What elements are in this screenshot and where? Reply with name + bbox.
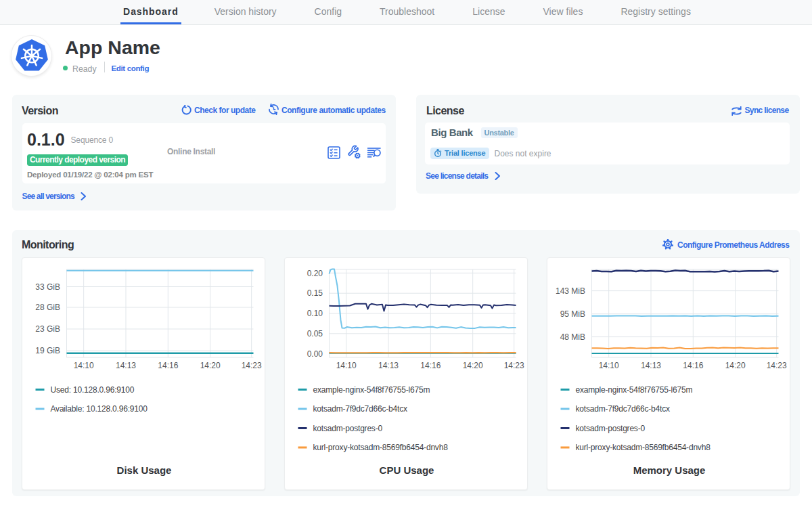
svg-text:0.05: 0.05 [307, 329, 323, 338]
svg-text:14:23: 14:23 [242, 361, 262, 370]
svg-text:14:20: 14:20 [463, 361, 483, 370]
svg-text:example-nginx-54f8f76755-l675m: example-nginx-54f8f76755-l675m [576, 385, 693, 395]
svg-text:Memory Usage: Memory Usage [633, 464, 706, 476]
svg-text:48 MiB: 48 MiB [560, 332, 585, 342]
svg-text:0.15: 0.15 [307, 288, 323, 298]
svg-text:23 GiB: 23 GiB [35, 324, 60, 334]
svg-text:Used: 10.128.0.96:9100: Used: 10.128.0.96:9100 [51, 385, 135, 395]
svg-text:28 GiB: 28 GiB [35, 303, 60, 312]
svg-text:14:16: 14:16 [683, 361, 703, 370]
svg-text:CPU Usage: CPU Usage [380, 464, 434, 476]
svg-text:kotsadm-7f9dc7d66c-b4tcx: kotsadm-7f9dc7d66c-b4tcx [576, 404, 670, 414]
svg-text:14:13: 14:13 [641, 361, 661, 370]
svg-text:kurl-proxy-kotsadm-8569fb6454-: kurl-proxy-kotsadm-8569fb6454-dnvh8 [313, 443, 449, 452]
svg-text:95 MiB: 95 MiB [560, 309, 585, 319]
svg-text:0.10: 0.10 [307, 309, 323, 318]
svg-text:kotsadm-postgres-0: kotsadm-postgres-0 [576, 424, 646, 433]
svg-text:14:23: 14:23 [504, 361, 524, 370]
svg-text:14:23: 14:23 [767, 361, 787, 370]
svg-text:19 GiB: 19 GiB [35, 346, 60, 355]
svg-text:33 GiB: 33 GiB [35, 282, 60, 292]
svg-text:14:10: 14:10 [336, 361, 357, 370]
svg-text:14:20: 14:20 [200, 361, 221, 370]
svg-text:0.20: 0.20 [307, 269, 323, 278]
svg-text:14:16: 14:16 [158, 361, 178, 370]
svg-text:14:10: 14:10 [599, 361, 619, 370]
svg-text:14:13: 14:13 [116, 361, 136, 370]
svg-text:143 MiB: 143 MiB [556, 286, 585, 296]
svg-text:kotsadm-postgres-0: kotsadm-postgres-0 [313, 424, 383, 433]
svg-text:14:16: 14:16 [420, 361, 441, 370]
svg-text:14:20: 14:20 [725, 361, 746, 370]
svg-text:14:10: 14:10 [74, 361, 94, 370]
svg-text:0.00: 0.00 [307, 349, 323, 359]
svg-text:example-nginx-54f8f76755-l675m: example-nginx-54f8f76755-l675m [313, 385, 430, 395]
svg-text:kurl-proxy-kotsadm-8569fb6454-: kurl-proxy-kotsadm-8569fb6454-dnvh8 [576, 443, 711, 452]
svg-text:kotsadm-7f9dc7d66c-b4tcx: kotsadm-7f9dc7d66c-b4tcx [313, 404, 407, 414]
svg-text:14:13: 14:13 [378, 361, 399, 370]
svg-text:Available: 10.128.0.96:9100: Available: 10.128.0.96:9100 [51, 404, 148, 414]
svg-text:Disk Usage: Disk Usage [117, 464, 172, 476]
